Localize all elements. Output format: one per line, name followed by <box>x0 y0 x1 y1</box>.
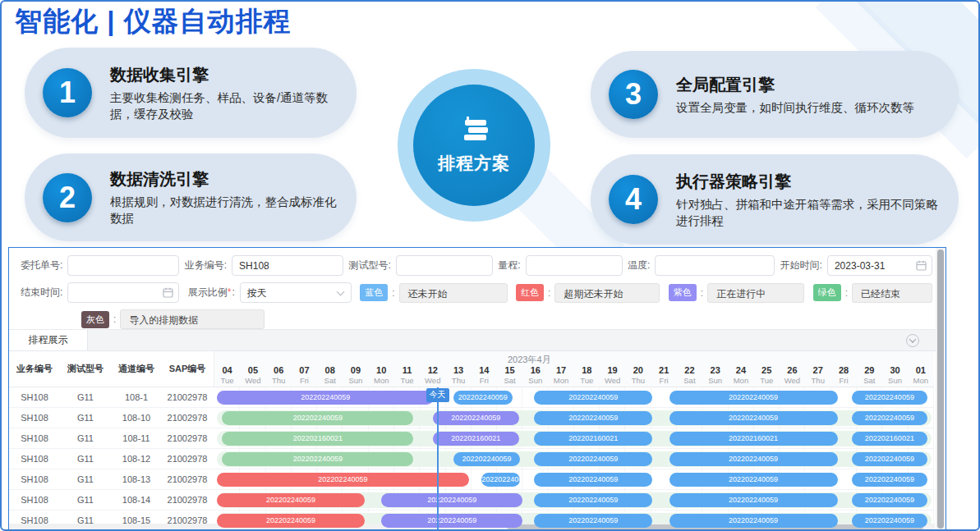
gantt-bar[interactable]: 202202240059 <box>534 514 652 528</box>
order-no-input[interactable] <box>67 255 179 276</box>
day-number: 10 <box>369 365 394 376</box>
row-cell: 21002978 <box>162 454 213 464</box>
day-number: 30 <box>882 365 908 376</box>
gantt-bar[interactable]: 202202240059 <box>534 493 652 507</box>
panel-tabbar: 排程展示 <box>9 329 945 351</box>
day-number: 17 <box>548 365 573 376</box>
gantt-bar[interactable]: 202202240059 <box>534 411 652 425</box>
gantt-bar[interactable]: 202202240059 <box>217 391 434 405</box>
gantt-bar[interactable]: 202202160021 <box>669 432 838 446</box>
feature-1-number-badge: 1 <box>43 68 92 117</box>
gantt-bar[interactable]: 202202240059 <box>852 411 927 425</box>
filter-bar: 委托单号: 业务编号: 测试型号: 量程: 温度: <box>9 255 945 329</box>
row-cell: SH108 <box>9 495 60 505</box>
day-weekday: Mon <box>728 376 753 385</box>
feature-1-title: 数据收集引擎 <box>110 64 342 86</box>
gantt-bar[interactable]: 202202240059 <box>217 514 365 528</box>
scheduling-plan-circle: 排程方案 <box>398 69 550 222</box>
day-header: 07Fri <box>292 365 317 385</box>
day-weekday: Tue <box>574 376 600 385</box>
gantt-bar[interactable]: 202202160021 <box>222 432 413 446</box>
gantt-bar[interactable]: 202202240059 <box>852 452 927 466</box>
gantt-bar[interactable]: 202202240059 <box>669 411 838 425</box>
gantt-bar[interactable]: 202202240059 <box>669 473 838 487</box>
day-header: 06Thu <box>266 365 292 385</box>
gantt-bar[interactable]: 202202240059 <box>669 493 838 507</box>
legend-value: 正在进行中 <box>707 283 804 303</box>
row-cell: G11 <box>60 433 111 443</box>
gantt-bar[interactable]: 202202240059 <box>669 391 838 405</box>
temperature-label: 温度: <box>628 259 650 272</box>
row-cell: 108-14 <box>111 495 162 505</box>
gantt-bar[interactable]: 202202240059 <box>669 452 838 466</box>
calendar-icon[interactable] <box>163 287 173 298</box>
gantt-bar[interactable]: 202202240059 <box>453 391 513 405</box>
range-label: 量程: <box>498 259 520 272</box>
day-number: 04 <box>214 365 240 376</box>
day-number: 09 <box>343 365 368 376</box>
day-header: 27Thu <box>805 365 830 385</box>
end-time-label: 结束时间: <box>21 286 62 300</box>
gantt-bar[interactable]: 202202240059 <box>852 493 927 507</box>
gantt-bar[interactable]: 202202240059 <box>217 493 365 507</box>
gantt-bar[interactable]: 202202240059 <box>217 473 469 487</box>
row-gantt-area: 2022021600212022021600212022021600212022… <box>214 428 934 448</box>
feature-card-1: 1 数据收集引擎 主要收集检测任务、样品、设备/通道等数据，缓存及校验 <box>25 48 357 138</box>
day-header: 30Sun <box>882 365 908 385</box>
gantt-bar[interactable]: 202202240059 <box>381 493 522 507</box>
legend-value: 超期还未开始 <box>554 283 660 303</box>
scale-label: 展示比例*: <box>188 286 235 300</box>
gantt-bar[interactable]: 202202240059 <box>433 411 519 425</box>
collapse-panel-icon[interactable] <box>906 334 919 347</box>
gantt-bar[interactable]: 202202240059 <box>381 514 522 528</box>
day-header: 01Mon <box>908 365 933 385</box>
gantt-bar[interactable]: 202202240059 <box>534 391 652 405</box>
vertical-scrollbar[interactable] <box>936 248 945 530</box>
day-weekday: Fri <box>830 376 856 385</box>
day-weekday: Wed <box>240 376 265 385</box>
gantt-bar[interactable]: 202202240059 <box>534 473 652 487</box>
legend-value: 还未开始 <box>399 283 508 303</box>
gantt-bar[interactable]: 202202160021 <box>433 432 519 446</box>
gantt-bar[interactable]: 202202240059 <box>852 473 927 487</box>
column-header: 测试型号 <box>60 363 111 375</box>
gantt-bar[interactable]: 202202240059 <box>534 452 652 466</box>
gantt-bar[interactable]: 202202240059 <box>222 411 413 425</box>
row-cell: SH108 <box>9 433 60 443</box>
day-number: 07 <box>292 365 317 376</box>
row-fixed-cells: SH108G11108-1321002978 <box>9 469 214 489</box>
day-header: 20Thu <box>625 365 651 385</box>
gantt-bar[interactable]: 202202240059 <box>852 514 927 528</box>
test-model-input[interactable] <box>396 255 493 276</box>
required-star: * <box>228 286 232 298</box>
day-weekday: Sun <box>522 376 548 385</box>
range-input[interactable] <box>526 255 623 276</box>
table-row: SH108G11108-1321002978202202240059202202… <box>9 469 934 490</box>
gantt-bar[interactable]: 202202240059 <box>453 452 520 466</box>
gantt-bar[interactable]: 202202160021 <box>534 432 652 446</box>
day-weekday: Tue <box>394 376 420 385</box>
tab-schedule-display[interactable]: 排程展示 <box>9 330 88 350</box>
legend-item: 红色:超期还未开始 <box>516 283 660 303</box>
day-weekday: Fri <box>472 376 497 385</box>
day-header: 23Sun <box>702 365 728 385</box>
vertical-scrollbar-thumb[interactable] <box>937 249 944 529</box>
feature-card-3: 3 全局配置引擎 设置全局变量，如时间执行维度、循环次数等 <box>591 51 959 138</box>
gantt-bar[interactable]: 202202160021 <box>852 432 927 446</box>
legend-color-chip: 红色 <box>516 284 544 301</box>
day-weekday: Mon <box>369 376 394 385</box>
gantt-bar[interactable]: 202202240059 <box>222 452 413 466</box>
temperature-input[interactable] <box>655 255 775 276</box>
feature-3-title: 全局配置引擎 <box>676 74 914 96</box>
gantt-bar[interactable]: 202202240059 <box>852 391 927 405</box>
scale-select[interactable]: 按天 <box>240 282 352 303</box>
day-weekday: Thu <box>625 376 651 385</box>
day-header: 14Fri <box>472 365 497 385</box>
row-gantt-area: 2022022400592022022400592022022400592022… <box>214 469 934 489</box>
day-header: 29Sat <box>857 365 882 385</box>
gantt-bar[interactable]: 202202240059 <box>669 514 838 528</box>
business-no-input[interactable] <box>232 255 343 276</box>
day-weekday: Thu <box>805 376 830 385</box>
calendar-icon[interactable] <box>916 260 927 271</box>
gantt-bar[interactable]: 202202240059 <box>481 473 520 487</box>
